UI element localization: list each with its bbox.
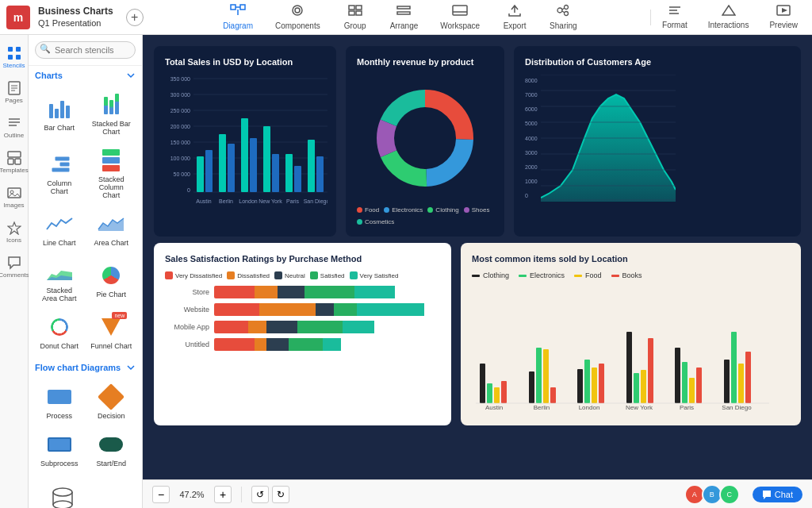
svg-rect-64 xyxy=(219,134,226,192)
toolbar-diagram[interactable]: Diagram xyxy=(213,1,262,33)
svg-rect-102 xyxy=(550,387,556,403)
stencil-stacked-column-chart[interactable]: Stacked Column Chart xyxy=(87,144,136,204)
stacked-bar-chart-label: Stacked Bar Chart xyxy=(90,120,133,136)
stencil-column-chart[interactable]: Column Chart xyxy=(35,144,84,204)
chat-button[interactable]: Chat xyxy=(753,487,802,502)
images-label: Images xyxy=(3,202,24,209)
svg-rect-68 xyxy=(263,126,270,192)
stacked-bar-chart-icon xyxy=(97,93,125,117)
svg-text:Paris: Paris xyxy=(680,404,694,411)
svg-rect-73 xyxy=(316,156,324,192)
startend-label: Start/End xyxy=(96,460,126,468)
toolbar-interactions[interactable]: Interactions xyxy=(700,2,757,33)
svg-point-4 xyxy=(293,6,302,15)
stacked-column-chart-label: Stacked Column Chart xyxy=(90,175,133,199)
charts-row-1: Total Sales in USD by Location 350 000 3… xyxy=(143,35,812,243)
svg-rect-104 xyxy=(577,369,583,403)
toolbar: m Business Charts Q1 Presentation + Diag… xyxy=(0,0,812,35)
stencil-donut-chart[interactable]: Donut Chart xyxy=(35,310,84,355)
svg-rect-122 xyxy=(745,352,751,403)
search-container xyxy=(29,35,142,66)
sidebar-item-stencils[interactable]: Stencils xyxy=(2,41,27,73)
charts-section-header[interactable]: Charts xyxy=(29,66,142,85)
toolbar-format[interactable]: Format xyxy=(654,2,695,33)
search-input[interactable] xyxy=(35,41,136,59)
svg-point-84 xyxy=(385,98,465,178)
toolbar-group[interactable]: Group xyxy=(333,1,377,33)
sidebar-item-comments[interactable]: Comments xyxy=(2,251,27,283)
toolbar-arrange[interactable]: Arrange xyxy=(381,1,428,33)
toolbar-workspace[interactable]: Workspace xyxy=(431,1,489,33)
monthly-revenue-chart: Monthly revenue by product Food Electron… xyxy=(346,46,504,237)
common-items-chart: Most common items sold by Location Cloth… xyxy=(461,243,801,425)
startend-icon xyxy=(97,433,125,456)
toolbar-components[interactable]: Components xyxy=(266,1,330,33)
line-chart-icon xyxy=(45,212,74,236)
hbar-website: Website xyxy=(165,303,440,316)
funnel-chart-label: Funnel Chart xyxy=(90,342,132,350)
age-dist-title: Distribution of Customers Age xyxy=(525,57,790,67)
stencil-stacked-bar-chart[interactable]: Stacked Bar Chart xyxy=(87,88,136,140)
flowchart-section-header[interactable]: Flow chart Diagrams xyxy=(29,358,142,377)
stencil-area-chart[interactable]: Area Chart xyxy=(87,207,136,252)
stencil-line-chart[interactable]: Line Chart xyxy=(35,207,84,252)
svg-rect-114 xyxy=(675,348,680,403)
svg-text:250 000: 250 000 xyxy=(170,108,190,114)
undo-button[interactable]: ↺ xyxy=(251,486,269,503)
stencil-subprocess[interactable]: Subprocess xyxy=(35,428,84,472)
donut-svg xyxy=(370,83,481,194)
svg-rect-11 xyxy=(397,12,410,14)
svg-rect-9 xyxy=(356,11,362,15)
decision-icon xyxy=(97,385,125,409)
toolbar-export[interactable]: Export xyxy=(492,1,537,33)
stacked-area-chart-label: Stacked Area Chart xyxy=(38,287,81,302)
stencil-funnel-chart[interactable]: new Funnel Chart xyxy=(87,310,136,355)
sidebar-item-icons[interactable]: Icons xyxy=(2,216,27,248)
search-wrap xyxy=(35,41,136,59)
stencil-stacked-area-chart[interactable]: Stacked Area Chart xyxy=(35,255,84,307)
stencil-decision[interactable]: Decision xyxy=(87,380,136,425)
svg-rect-62 xyxy=(197,156,204,192)
interactions-label: Interactions xyxy=(708,21,749,29)
zoom-minus-button[interactable]: − xyxy=(152,486,170,503)
sidebar-item-images[interactable]: Images xyxy=(2,181,27,213)
zoom-plus-button[interactable]: + xyxy=(214,486,232,503)
app-title: Business Charts Q1 Presentation xyxy=(38,6,113,29)
redo-button[interactable]: ↻ xyxy=(272,486,289,503)
sharing-label: Sharing xyxy=(550,21,576,30)
satisfaction-chart: Sales Satisfaction Ratings by Purchase M… xyxy=(154,243,451,425)
stencil-bar-chart[interactable]: Bar Chart xyxy=(35,88,84,140)
components-label: Components xyxy=(275,21,320,30)
collaborator-avatars: A B C xyxy=(688,484,740,505)
stacked-area-chart-icon xyxy=(45,260,74,283)
stencil-pie-chart[interactable]: Pie Chart xyxy=(87,255,136,307)
svg-text:100 000: 100 000 xyxy=(170,156,190,161)
stencils-panel: Charts Bar Chart Stacked Bar Chart xyxy=(29,35,143,508)
svg-text:San Diego: San Diego xyxy=(722,404,752,411)
sidebar-item-templates[interactable]: Templates xyxy=(2,146,27,178)
svg-rect-96 xyxy=(494,387,500,403)
process-label: Process xyxy=(46,412,72,420)
templates-label: Templates xyxy=(0,167,29,174)
chat-label: Chat xyxy=(775,490,793,499)
toolbar-sharing[interactable]: Sharing xyxy=(540,1,586,33)
stencil-cylinder[interactable] xyxy=(41,482,84,508)
svg-point-5 xyxy=(295,8,300,13)
add-page-button[interactable]: + xyxy=(126,9,144,26)
pages-label: Pages xyxy=(5,97,23,104)
svg-marker-41 xyxy=(8,222,21,234)
toolbar-preview[interactable]: Preview xyxy=(761,2,806,33)
cylinder-icon xyxy=(48,487,77,508)
svg-rect-116 xyxy=(689,378,695,403)
charts-row-2: Sales Satisfaction Ratings by Purchase M… xyxy=(143,243,812,437)
svg-rect-25 xyxy=(8,47,13,52)
sidebar-item-outline[interactable]: Outline xyxy=(2,111,27,143)
svg-rect-70 xyxy=(285,154,293,192)
stencil-startend[interactable]: Start/End xyxy=(87,428,136,472)
stencil-process[interactable]: Process xyxy=(35,380,84,425)
svg-rect-1 xyxy=(240,5,245,10)
svg-text:Berlin: Berlin xyxy=(219,198,233,204)
icons-label: Icons xyxy=(6,237,21,244)
sidebar-item-pages[interactable]: Pages xyxy=(2,76,27,108)
svg-rect-69 xyxy=(272,154,279,192)
